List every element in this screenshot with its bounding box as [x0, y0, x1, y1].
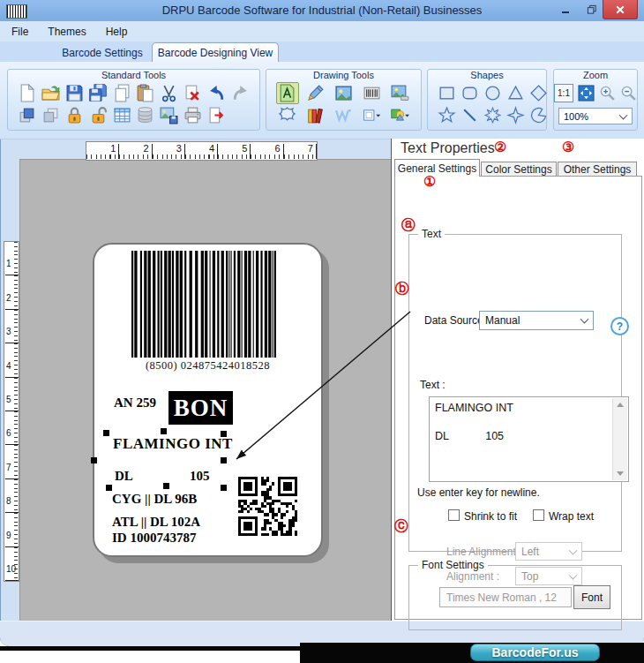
textarea-scrollbar[interactable]	[612, 398, 627, 480]
shape-triangle-button[interactable]	[504, 82, 527, 104]
tab-barcode-designing-view[interactable]: Barcode Designing View	[152, 42, 279, 63]
drawing-tools-group: Drawing Tools	[266, 69, 422, 131]
label-text-company[interactable]: FLAMINGO INT	[113, 435, 233, 453]
qr-code-image[interactable]	[238, 477, 297, 536]
scroll-up-icon[interactable]	[617, 403, 624, 407]
scroll-down-icon[interactable]	[617, 471, 624, 476]
tab-barcode-settings[interactable]: Barcode Settings	[51, 44, 154, 62]
data-source-select[interactable]: Manual	[479, 311, 594, 330]
zoom-in-icon[interactable]	[599, 85, 616, 102]
text-properties-panel: Text Properties General Settings Color S…	[391, 139, 644, 621]
barcode-image[interactable]	[131, 251, 277, 358]
frame-dropdown-button[interactable]	[360, 104, 383, 126]
save-as-button[interactable]	[86, 82, 109, 104]
barcode-tool-button[interactable]	[360, 82, 383, 104]
shape-ellipse-icon	[483, 84, 502, 102]
shape-ellipse-button[interactable]	[481, 82, 504, 104]
open-file-button[interactable]	[39, 82, 62, 104]
shape-rounded-rectangle-icon	[461, 84, 479, 102]
shape-burst-button[interactable]	[481, 104, 504, 126]
shape-pacman-button[interactable]	[527, 104, 550, 126]
barcode-tool-icon	[363, 84, 381, 102]
restore-button[interactable]	[580, 0, 603, 19]
send-to-back-icon	[41, 106, 60, 124]
label-text-dl[interactable]: DL	[115, 469, 133, 484]
font-settings-groupbox: Font Settings Times New Roman , 12 Font	[408, 565, 622, 630]
print-button[interactable]	[182, 104, 205, 126]
new-document-button[interactable]	[15, 82, 38, 104]
exit-button[interactable]	[206, 104, 228, 126]
export-image-button[interactable]	[158, 104, 181, 126]
restore-icon	[587, 4, 597, 15]
selection-handle[interactable]	[221, 485, 227, 491]
selection-handle[interactable]	[221, 431, 227, 437]
image-export-button[interactable]	[388, 82, 411, 104]
zoom-actual-size-button[interactable]: 1:1	[554, 84, 573, 102]
bring-to-front-button[interactable]	[15, 104, 38, 126]
picture-button[interactable]	[332, 82, 355, 104]
label-text-cyg[interactable]: CYG || DL 96B	[112, 492, 197, 507]
shapes-group: Shapes	[427, 69, 547, 131]
zoom-fit-icon[interactable]	[578, 85, 595, 102]
shape-star-button[interactable]	[435, 104, 458, 126]
text-tool-button[interactable]	[276, 82, 299, 104]
pencil-button[interactable]	[304, 82, 327, 104]
send-to-back-button[interactable]	[39, 104, 62, 126]
font-button[interactable]: Font	[573, 585, 610, 609]
wrap-text-checkbox[interactable]	[533, 509, 544, 521]
table-icon	[113, 106, 131, 124]
shape-tool-button[interactable]	[276, 104, 299, 126]
label-text-id[interactable]: ID 1000743787	[112, 531, 196, 546]
shapes-dropdown-button[interactable]	[388, 104, 411, 126]
lock-button[interactable]	[63, 104, 86, 126]
shape-rectangle-button[interactable]	[435, 82, 458, 104]
shrink-to-fit-checkbox[interactable]	[448, 509, 460, 521]
selection-handle[interactable]	[221, 457, 227, 463]
zoom-level-select[interactable]: 100%	[558, 108, 633, 124]
selection-handle[interactable]	[91, 457, 97, 463]
annotation-mark-1: ①	[423, 175, 436, 189]
label-text-dl-number[interactable]: 105	[190, 469, 210, 484]
copy-button[interactable]	[110, 82, 133, 104]
selection-handle[interactable]	[106, 485, 112, 491]
standard-tools-group: Standard Tools	[7, 69, 260, 131]
menu-help[interactable]: Help	[106, 26, 128, 38]
redo-button[interactable]	[229, 82, 252, 104]
selection-handle[interactable]	[163, 483, 169, 489]
database-button[interactable]	[134, 104, 157, 126]
application-window: DRPU Barcode Software for Industrial (No…	[0, 0, 644, 646]
selection-handle[interactable]	[103, 430, 109, 436]
close-button[interactable]	[603, 0, 638, 19]
label-badge-bon[interactable]: BON	[168, 391, 233, 425]
table-button[interactable]	[110, 104, 133, 126]
minimize-button[interactable]	[554, 0, 577, 19]
ruler-mark-2: 2	[119, 142, 152, 160]
save-button[interactable]	[63, 82, 86, 104]
panel-tab-color-settings[interactable]: Color Settings	[481, 162, 557, 177]
label-text-atl[interactable]: ATL || DL 102A	[112, 515, 200, 530]
shape-rounded-rectangle-button[interactable]	[458, 82, 481, 104]
text-input-area[interactable]: FLAMINGO INT DL 105	[429, 396, 629, 482]
shape-diamond-button[interactable]	[527, 82, 550, 104]
selection-handle[interactable]	[161, 428, 167, 434]
watermark-tool-button[interactable]	[332, 104, 355, 126]
library-button[interactable]	[304, 104, 327, 126]
chevron-down-icon	[580, 315, 589, 324]
label-text-an259[interactable]: AN 259	[114, 396, 156, 411]
barcode-label-design[interactable]: (8500) 024875424018528 AN 259 BON FLAMIN…	[93, 243, 323, 557]
panel-tab-other-settings[interactable]: Other Settings	[558, 162, 637, 177]
shape-rectangle-icon	[438, 84, 456, 102]
shape-line-button[interactable]	[458, 104, 481, 126]
menu-file[interactable]: File	[11, 26, 28, 38]
help-icon[interactable]: ?	[610, 317, 629, 335]
shape-star4-button[interactable]	[504, 104, 527, 126]
delete-button[interactable]	[182, 82, 205, 104]
panel-tab-general-settings[interactable]: General Settings	[394, 159, 480, 177]
cut-button[interactable]	[158, 82, 181, 104]
unlock-button[interactable]	[86, 104, 109, 126]
paste-button[interactable]	[134, 82, 157, 104]
undo-button[interactable]	[206, 82, 228, 104]
annotation-mark-b: ⓑ	[395, 282, 409, 296]
menu-themes[interactable]: Themes	[48, 26, 86, 38]
zoom-out-icon[interactable]	[620, 85, 637, 102]
